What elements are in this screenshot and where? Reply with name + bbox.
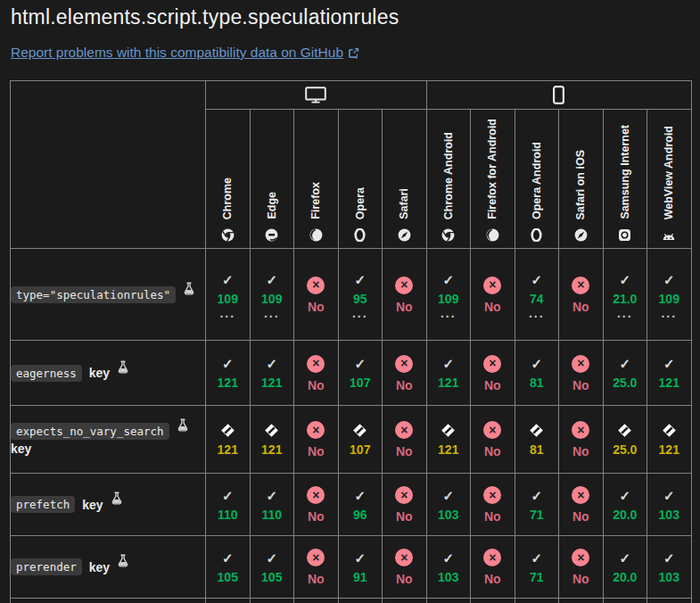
browser-name: Safari on iOS <box>575 150 587 220</box>
browser-name: WebView Android <box>663 126 675 219</box>
feature-label: prefetchkey <box>11 474 206 536</box>
support-cell[interactable]: ✓21.0... <box>603 249 647 341</box>
support-cell[interactable]: ✓109... <box>250 249 294 341</box>
support-cell[interactable] <box>603 599 647 603</box>
support-cell[interactable] <box>294 599 339 603</box>
support-cell[interactable]: ×No <box>471 249 515 341</box>
support-cell[interactable]: ✓103 <box>647 474 692 536</box>
support-cell[interactable]: ✓71 <box>515 536 559 599</box>
support-cell[interactable]: ✓110 <box>250 474 294 536</box>
support-cell[interactable]: ✓20.0 <box>603 474 647 536</box>
support-cell[interactable]: ×No <box>294 406 339 474</box>
support-cell[interactable]: ✓105 <box>206 536 251 599</box>
feature-code: prefetch <box>11 496 75 513</box>
support-cell[interactable]: ✓103 <box>647 536 692 599</box>
support-cell[interactable]: ✓107 <box>338 341 383 406</box>
support-cell[interactable]: ✓74... <box>515 249 559 341</box>
version-label: No <box>484 510 501 523</box>
support-cell[interactable]: 81 <box>515 406 559 474</box>
browser-column-header-webview-android: WebView Android <box>647 110 692 249</box>
supported-check-icon: ✓ <box>354 273 366 286</box>
support-cell[interactable] <box>383 599 427 603</box>
support-cell[interactable]: ×No <box>471 536 515 599</box>
support-cell[interactable]: ×No <box>559 341 604 406</box>
support-cell[interactable]: ✓95... <box>338 249 383 341</box>
support-cell[interactable]: ×No <box>383 474 427 536</box>
report-problems-link[interactable]: Report problems with this compatibility … <box>11 45 359 61</box>
support-cell[interactable]: ×No <box>294 249 339 341</box>
support-cell[interactable]: ×No <box>383 536 427 599</box>
unsupported-x-icon: × <box>572 355 589 373</box>
support-cell[interactable]: ×No <box>471 341 515 406</box>
support-cell[interactable]: ✓121 <box>647 341 692 406</box>
supported-check-icon: ✓ <box>663 273 675 286</box>
version-label: 109 <box>659 293 679 305</box>
support-cell[interactable]: ✓96 <box>338 474 383 536</box>
support-cell[interactable] <box>426 599 471 603</box>
support-cell[interactable] <box>250 599 294 603</box>
version-label: 25.0 <box>613 376 637 389</box>
table-row: eagernesskey✓121✓121×No✓107×No✓121×No✓81… <box>11 341 692 406</box>
supported-check-icon: ✓ <box>663 551 675 565</box>
support-cell[interactable] <box>559 599 604 603</box>
support-cell[interactable]: ✓121 <box>250 341 294 406</box>
support-cell[interactable]: ×No <box>383 406 427 474</box>
support-cell[interactable]: ×No <box>471 406 515 474</box>
support-cell[interactable] <box>471 599 515 603</box>
support-cell[interactable]: ✓109... <box>647 249 692 341</box>
support-cell[interactable]: ×No <box>294 341 339 406</box>
supported-check-icon: ✓ <box>354 357 366 370</box>
support-cell[interactable]: ×No <box>559 536 604 599</box>
support-cell[interactable]: ×No <box>559 249 604 341</box>
notes-ellipsis: ... <box>219 311 235 317</box>
support-cell[interactable]: ✓109... <box>206 249 251 341</box>
notes-ellipsis: ... <box>352 311 368 317</box>
support-cell[interactable] <box>515 599 559 603</box>
support-cell[interactable] <box>338 599 383 603</box>
version-label: 74 <box>530 293 544 305</box>
browser-name: Chrome <box>222 178 234 219</box>
support-cell[interactable]: ✓81 <box>515 341 559 406</box>
support-cell[interactable]: 121 <box>426 406 471 474</box>
support-cell[interactable]: ✓121 <box>426 341 471 406</box>
support-cell[interactable]: ✓71 <box>515 474 559 536</box>
support-cell[interactable]: ×No <box>559 474 604 536</box>
support-cell[interactable]: ✓105 <box>250 536 294 599</box>
feature-label <box>11 599 206 603</box>
support-cell[interactable]: ×No <box>294 474 339 536</box>
page: html.elements.script.type.speculationrul… <box>0 0 700 603</box>
support-cell[interactable]: ✓20.0 <box>603 536 647 599</box>
supported-check-icon: ✓ <box>266 357 277 370</box>
support-cell[interactable]: 107 <box>338 406 383 474</box>
browser-name: Safari <box>399 188 410 219</box>
support-cell[interactable]: 121 <box>250 406 294 474</box>
support-cell[interactable]: ×No <box>559 406 604 474</box>
samsung-internet-icon <box>618 228 631 242</box>
support-cell[interactable]: ✓25.0 <box>603 341 647 406</box>
version-label: No <box>308 510 325 523</box>
support-cell[interactable]: ✓91 <box>338 536 383 599</box>
support-cell[interactable] <box>647 599 692 603</box>
partial-support-icon <box>529 424 544 437</box>
support-cell[interactable]: ✓103 <box>426 536 471 599</box>
support-cell[interactable]: ×No <box>383 341 427 406</box>
supported-check-icon: ✓ <box>531 357 542 370</box>
support-cell[interactable]: ✓110 <box>206 474 251 536</box>
version-label: 110 <box>261 508 282 521</box>
support-cell[interactable]: ✓121 <box>206 341 251 406</box>
support-cell[interactable]: ×No <box>471 474 515 536</box>
support-cell[interactable]: ✓109... <box>426 249 471 341</box>
support-cell[interactable]: 121 <box>647 406 692 474</box>
support-cell[interactable]: 121 <box>206 406 251 474</box>
support-cell[interactable]: ✓103 <box>426 474 471 536</box>
browser-column-header-opera-android: Opera Android <box>515 110 559 249</box>
support-cell[interactable]: ×No <box>294 536 339 599</box>
partial-support-icon <box>352 424 367 437</box>
version-label: No <box>308 301 325 313</box>
support-cell[interactable] <box>206 599 251 603</box>
support-cell[interactable]: 25.0 <box>603 406 647 474</box>
support-cell[interactable]: ×No <box>383 249 427 341</box>
version-label: No <box>396 573 413 585</box>
supported-check-icon: ✓ <box>531 551 542 565</box>
partial-support-icon <box>220 424 235 437</box>
